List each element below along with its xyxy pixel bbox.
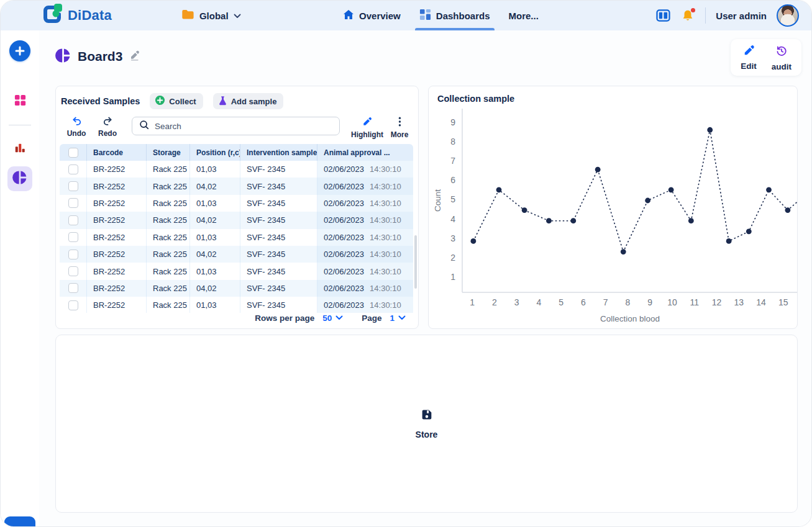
row-checkbox[interactable] — [68, 164, 78, 174]
data-point[interactable] — [746, 228, 752, 234]
redo-button[interactable]: Redo — [93, 115, 122, 138]
data-point[interactable] — [595, 167, 601, 173]
table-row[interactable]: BR-2252Rack 22504,02SVF- 234502/06/20231… — [60, 280, 413, 297]
data-point[interactable] — [707, 127, 713, 133]
nav-dashboards[interactable]: Dashboards — [410, 1, 500, 30]
highlight-button[interactable]: Highlight — [350, 115, 385, 139]
top-navigation: Overview Dashboards More... — [334, 1, 548, 30]
cell-barcode: BR-2252 — [87, 212, 147, 228]
collect-button[interactable]: Collect — [150, 93, 203, 109]
rows-per-page-select[interactable]: 50 — [319, 312, 347, 325]
rows-per-page-label: Rows per page — [255, 313, 314, 323]
x-tick-label: 4 — [536, 297, 541, 307]
data-point[interactable] — [785, 207, 791, 213]
data-point[interactable] — [570, 218, 576, 223]
x-tick-label: 3 — [514, 297, 519, 307]
more-label: More — [391, 130, 409, 139]
table-row[interactable]: BR-2252Rack 22504,02SVF- 234502/06/20231… — [60, 246, 413, 263]
cell-barcode: BR-2252 — [87, 195, 147, 212]
row-checkbox[interactable] — [68, 198, 78, 208]
chart-title: Collection sample — [429, 86, 797, 104]
cell-position: 04,02 — [190, 178, 240, 194]
more-button[interactable]: More — [387, 115, 412, 139]
y-tick-label: 1 — [450, 272, 455, 282]
data-point[interactable] — [645, 198, 650, 204]
table-row[interactable]: BR-2252Rack 22501,03SVF- 234502/06/20231… — [60, 263, 413, 279]
row-checkbox-cell — [60, 280, 87, 297]
column-header[interactable]: Barcode — [87, 144, 147, 161]
user-avatar[interactable] — [777, 4, 799, 27]
x-tick-label: 13 — [734, 297, 744, 307]
data-point[interactable] — [546, 218, 552, 223]
topbar-right: User admin — [655, 4, 799, 27]
data-point[interactable] — [726, 238, 732, 244]
board-pie-icon — [55, 48, 71, 66]
logo[interactable]: DiData — [42, 4, 112, 27]
edit-button[interactable]: Edit — [741, 45, 757, 71]
panel-switcher-icon[interactable] — [655, 8, 670, 23]
row-checkbox[interactable] — [68, 250, 78, 259]
cell-animal-approval: 02/06/202314:30:10 — [317, 178, 413, 194]
data-point[interactable] — [496, 187, 502, 192]
column-header[interactable]: Position (r,c) — [190, 144, 240, 161]
column-header[interactable]: Animal approval ... — [317, 144, 413, 161]
nav-more[interactable]: More... — [500, 1, 548, 30]
sidebar-item-boards[interactable] — [7, 166, 32, 191]
sidebar-item-reports[interactable] — [7, 137, 32, 161]
x-tick-label: 2 — [492, 297, 497, 307]
search-input[interactable] — [155, 122, 332, 131]
dashboard-panels: Received Samples Collect Add — [55, 86, 798, 329]
x-tick-label: 1 — [470, 297, 475, 307]
cell-position: 01,03 — [190, 161, 240, 178]
sidebar-item-apps[interactable] — [7, 89, 32, 114]
table-row[interactable]: BR-2252Rack 22501,03SVF- 234502/06/20231… — [60, 195, 413, 212]
data-point[interactable] — [522, 207, 527, 213]
notifications-bell-icon[interactable] — [680, 8, 695, 23]
page-select[interactable]: 1 — [386, 312, 409, 325]
row-checkbox[interactable] — [68, 266, 78, 276]
cell-intervention-sample: SVF- 2345 — [240, 161, 317, 178]
add-sample-button[interactable]: Add sample — [213, 93, 284, 109]
table-row[interactable]: BR-2252Rack 22504,02SVF- 234502/06/20231… — [60, 178, 413, 194]
store-panel[interactable]: Store — [55, 335, 798, 513]
cell-animal-approval: 02/06/202314:30:10 — [317, 263, 413, 279]
row-checkbox[interactable] — [68, 283, 78, 293]
select-all-checkbox[interactable] — [68, 148, 78, 158]
samples-table-body: BR-2252Rack 22501,03SVF- 234502/06/20231… — [60, 161, 413, 313]
cell-position: 04,02 — [190, 280, 240, 297]
column-header[interactable]: Storage — [147, 144, 190, 161]
add-sample-label: Add sample — [231, 97, 277, 106]
data-point[interactable] — [470, 238, 476, 244]
history-clock-icon — [775, 45, 788, 60]
row-checkbox[interactable] — [68, 215, 78, 225]
cell-intervention-sample: SVF- 2345 — [240, 212, 317, 228]
chevron-down-icon — [335, 315, 343, 320]
page-title: Board3 — [78, 49, 122, 64]
logo-text: DiData — [68, 7, 112, 24]
row-checkbox[interactable] — [68, 181, 78, 191]
row-checkbox[interactable] — [68, 232, 78, 242]
nav-overview[interactable]: Overview — [334, 1, 410, 30]
column-header[interactable]: Intervention sample ... — [240, 144, 317, 161]
table-row[interactable]: BR-2252Rack 22501,03SVF- 234502/06/20231… — [60, 161, 413, 178]
cell-animal-approval: 02/06/202314:30:10 — [317, 280, 413, 297]
audit-button[interactable]: audit — [772, 45, 791, 71]
floppy-disk-icon — [420, 408, 434, 424]
redo-label: Redo — [98, 129, 117, 138]
workspace-selector[interactable]: Global — [181, 9, 241, 22]
rename-board-pencil-icon[interactable] — [129, 50, 140, 63]
page-header: Board3 — [55, 43, 798, 70]
data-point[interactable] — [766, 187, 772, 192]
data-point[interactable] — [688, 218, 694, 223]
add-new-button[interactable] — [9, 40, 30, 61]
x-tick-label: 6 — [581, 297, 586, 307]
collection-sample-chart: 123456789123456789101112131415Collection… — [432, 105, 798, 326]
table-scrollbar[interactable] — [414, 235, 417, 289]
bottom-left-button[interactable] — [4, 516, 35, 527]
cell-storage: Rack 225 — [147, 178, 190, 194]
data-point[interactable] — [668, 187, 674, 192]
undo-button[interactable]: Undo — [62, 115, 91, 138]
table-row[interactable]: BR-2252Rack 22501,03SVF- 234502/06/20231… — [60, 229, 413, 246]
data-point[interactable] — [621, 249, 626, 254]
table-row[interactable]: BR-2252Rack 22504,02SVF- 234502/06/20231… — [60, 212, 413, 228]
